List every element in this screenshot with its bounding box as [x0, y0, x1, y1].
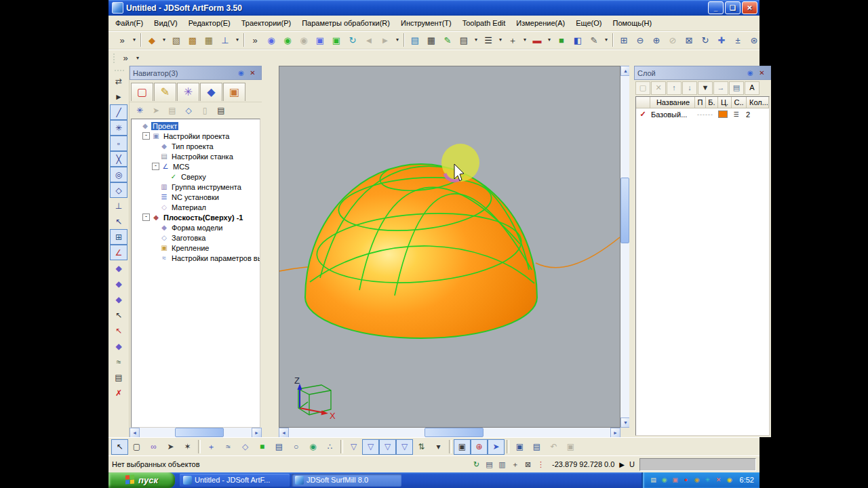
layer-color-swatch[interactable] — [718, 110, 728, 118]
curve-select-icon[interactable]: ➤ — [162, 439, 179, 455]
column-header[interactable]: Б. — [706, 97, 718, 108]
media-film-icon[interactable]: ▤ — [648, 474, 659, 485]
table-icon[interactable]: ▤ — [456, 33, 472, 47]
project-tree[interactable]: ◆Проект-▣Настройки проекта◆Тип проекта▤Н… — [131, 119, 260, 428]
tree-item[interactable]: ◇Заготовка — [132, 232, 260, 243]
isolate-box-icon[interactable]: ▣ — [454, 439, 471, 455]
filter-funnel-icon[interactable]: ▽ — [345, 439, 362, 455]
chat-icon[interactable]: ◉ — [659, 474, 670, 485]
copy-layer-icon[interactable]: ▤ — [729, 81, 744, 95]
zoom-plusminus-icon[interactable]: ± — [730, 33, 746, 47]
close-button[interactable]: ✕ — [742, 1, 757, 14]
zoom-out-icon[interactable]: ⊖ — [632, 33, 648, 47]
tree-item[interactable]: ≈Настройки параметров вых — [132, 253, 260, 263]
concentric-icon[interactable]: ◎ — [110, 167, 127, 182]
copy-icon[interactable]: ▤ — [483, 458, 496, 470]
wireframe-view-icon[interactable]: ▧ — [168, 33, 184, 47]
plus-icon[interactable]: ＋ — [509, 458, 521, 470]
perpendicular-icon[interactable]: ⊥ — [110, 198, 127, 214]
play-icon[interactable]: ▶ — [619, 461, 625, 468]
tab-cam-icon[interactable]: ▣ — [223, 83, 245, 101]
tree-item[interactable]: ✓Сверху — [132, 171, 260, 182]
zoom-window-icon[interactable]: ⊞ — [616, 33, 632, 47]
dropdown-arrow-icon[interactable]: ▾ — [134, 51, 142, 66]
menu-measure[interactable]: Измерение(A) — [511, 17, 570, 29]
menu-toolpaths[interactable]: Траектории(P) — [236, 17, 297, 29]
filter-mid-icon[interactable]: ▽ — [379, 439, 396, 455]
draw-line-icon[interactable]: ╱ — [110, 104, 127, 120]
chain-select-icon[interactable]: ∞ — [145, 439, 162, 455]
render-mode-icon[interactable]: ◆ — [144, 33, 160, 47]
tree-item[interactable]: ◆Форма модели — [132, 222, 260, 232]
dock-icon[interactable]: ◉ — [235, 68, 247, 79]
status-input-field[interactable] — [639, 458, 756, 471]
tree-item[interactable]: ▥Группа инструмента — [132, 182, 260, 192]
light-blue-icon[interactable]: ◉ — [263, 33, 279, 47]
navigator-header[interactable]: Навигатор(3) ◉✕ — [130, 66, 262, 80]
toggle-plus-icon[interactable]: ⊕ — [471, 439, 488, 455]
menu-file[interactable]: Файл(F) — [110, 17, 149, 29]
layer-row[interactable]: ✓ Базовый... ------ ☰ 2 — [636, 108, 769, 120]
column-header[interactable]: С.. — [732, 97, 747, 108]
move-down-icon[interactable]: ↓ — [682, 81, 697, 95]
task-button-artform[interactable]: Untitled - JDSoft ArtF... — [180, 474, 290, 487]
zoom-rotate-icon[interactable]: ↻ — [697, 33, 713, 47]
pick-solid-icon[interactable]: ▤ — [271, 439, 288, 455]
stack-icon[interactable]: ▥ — [496, 458, 509, 470]
no-snap-icon[interactable]: ⊠ — [521, 458, 534, 470]
tree-expander-icon[interactable]: - — [142, 214, 150, 221]
dropdown-arrow-icon[interactable]: ▾ — [233, 33, 241, 47]
pick-cloud-icon[interactable]: ∴ — [321, 439, 338, 455]
menu-editor[interactable]: Редактор(E) — [183, 17, 236, 29]
menu-help[interactable]: Помощь(H) — [607, 17, 657, 29]
grid-sphere-icon[interactable]: ⊞ — [110, 229, 127, 245]
dropdown-arrow-icon[interactable]: ▾ — [393, 33, 401, 47]
viewport-canvas[interactable]: Z X — [279, 66, 620, 428]
tab-draw-tool-icon[interactable]: ✎ — [154, 83, 176, 101]
close-icon[interactable]: ✕ — [756, 68, 768, 79]
filter-bottom-icon[interactable]: ▽ — [396, 439, 413, 455]
layer-visible-check-icon[interactable]: ✓ — [636, 110, 650, 119]
tree-item[interactable]: ▤Настройки станка — [132, 151, 260, 161]
layers-header[interactable]: Слой ◉✕ — [634, 66, 771, 80]
column-header-name[interactable]: Название — [650, 97, 695, 108]
surface-c-icon[interactable]: ◆ — [110, 291, 127, 307]
navigator-hscrollbar[interactable]: ◄ ► — [130, 428, 262, 437]
refresh-lights-icon[interactable]: ↻ — [344, 33, 361, 47]
restore-button[interactable]: ❏ — [725, 1, 741, 14]
goto-object-icon[interactable]: ➤ — [488, 439, 505, 455]
swap-arrows-icon[interactable]: ⇄ — [110, 73, 127, 89]
zoom-extents-icon[interactable]: ⊠ — [681, 33, 697, 47]
save-selection-icon[interactable]: ▤ — [528, 439, 545, 455]
tree-item[interactable]: -◆Плоскость(Сверху) -1 — [132, 212, 260, 222]
scroll-thumb[interactable] — [425, 428, 484, 437]
dropdown-arrow-icon[interactable]: ▾ — [130, 33, 138, 47]
scroll-left-icon[interactable]: ◄ — [279, 428, 289, 438]
surface-a-icon[interactable]: ◆ — [110, 260, 127, 276]
cross-marker-icon[interactable]: ＋ — [505, 33, 521, 47]
intersection-icon[interactable]: ╳ — [110, 151, 127, 167]
tab-relief-icon[interactable]: ◆ — [200, 83, 222, 101]
tree-expander-icon[interactable]: - — [152, 163, 159, 170]
midpoint-icon[interactable]: ▫ — [110, 136, 127, 151]
menu-more[interactable]: Еще(O) — [570, 17, 607, 29]
overflow-chevron-icon[interactable]: » — [117, 51, 134, 66]
filter-icon[interactable]: ▼ — [698, 81, 713, 95]
tab-art-model-icon[interactable]: ✳ — [177, 83, 199, 101]
select-icon[interactable]: ↖ — [111, 439, 128, 455]
select-marquee-cube-icon[interactable]: ▣ — [511, 439, 528, 455]
tree-item[interactable]: ▣Крепление — [132, 243, 260, 253]
column-header[interactable] — [636, 97, 650, 108]
gradient-icon[interactable]: ■ — [553, 33, 570, 47]
pan-icon[interactable]: ✚ — [713, 33, 730, 47]
scroll-left-icon[interactable]: ◄ — [130, 428, 140, 438]
star-select-icon[interactable]: ✶ — [179, 439, 196, 455]
scroll-right-icon[interactable]: ► — [610, 428, 620, 438]
pick-region-icon[interactable]: ■ — [254, 439, 271, 455]
tree-item[interactable]: ◆Тип проекта — [132, 141, 260, 151]
column-header-count[interactable]: Кол... — [747, 97, 769, 108]
dock-icon[interactable]: ◉ — [745, 68, 756, 79]
task-button-surfmill[interactable]: JDSoft SurfMill 8.0 — [292, 474, 401, 487]
dropdown-arrow-icon[interactable]: ▾ — [430, 439, 447, 455]
handle-circle-icon[interactable]: ◇ — [110, 182, 127, 198]
